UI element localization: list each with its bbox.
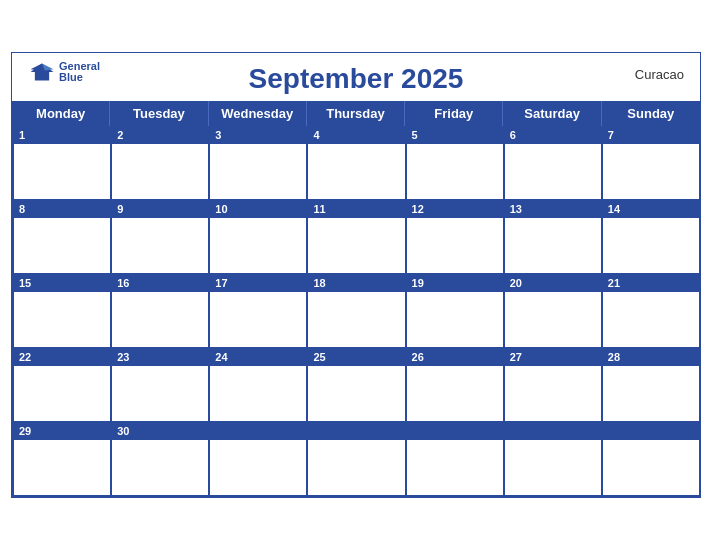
day-number: 16 [112,274,134,292]
day-header-monday: Monday [12,101,110,126]
day-number: 7 [603,126,619,144]
day-cell: 19 [406,274,504,348]
day-cell: 12 [406,200,504,274]
day-number: 25 [308,348,330,366]
day-cell: 23 [111,348,209,422]
day-number: 11 [308,200,330,218]
day-cell: 25 [307,348,405,422]
svg-marker-0 [31,63,54,80]
day-header-friday: Friday [405,101,503,126]
day-number: 28 [603,348,625,366]
day-number: 17 [210,274,232,292]
day-number: 9 [112,200,128,218]
day-cell: 4 [307,126,405,200]
day-number: 15 [14,274,36,292]
day-cell: 17 [209,274,307,348]
day-number: 20 [505,274,527,292]
day-number: 18 [308,274,330,292]
day-number: 14 [603,200,625,218]
day-cell: 22 [13,348,111,422]
day-header-tuesday: Tuesday [110,101,208,126]
day-number: 6 [505,126,521,144]
day-cell: 7 [602,126,700,200]
day-number: 21 [603,274,625,292]
day-cell: 16 [111,274,209,348]
day-number: 5 [407,126,423,144]
day-cell [504,422,602,496]
day-cell: 9 [111,200,209,274]
day-cell: 3 [209,126,307,200]
day-cell: 6 [504,126,602,200]
day-number: 30 [112,422,134,440]
day-cell: 5 [406,126,504,200]
day-number: 3 [210,126,226,144]
day-cell: 30 [111,422,209,496]
day-number: 8 [14,200,30,218]
day-number: 24 [210,348,232,366]
day-number: 1 [14,126,30,144]
day-header-wednesday: Wednesday [209,101,307,126]
logo: General Blue [28,61,100,83]
day-number: 22 [14,348,36,366]
day-number: 23 [112,348,134,366]
day-header-saturday: Saturday [503,101,601,126]
calendar-title: September 2025 [249,63,464,95]
day-cell: 2 [111,126,209,200]
day-cell: 28 [602,348,700,422]
day-header-sunday: Sunday [602,101,700,126]
day-header-thursday: Thursday [307,101,405,126]
day-cell: 27 [504,348,602,422]
day-number: 26 [407,348,429,366]
day-cell: 10 [209,200,307,274]
day-number: 12 [407,200,429,218]
day-cell: 13 [504,200,602,274]
day-cell: 24 [209,348,307,422]
day-cell [209,422,307,496]
region-label: Curacao [635,67,684,82]
day-cell: 14 [602,200,700,274]
calendar-grid: 1234567891011121314151617181920212223242… [12,126,700,497]
day-cell: 21 [602,274,700,348]
day-cell [307,422,405,496]
day-cell: 26 [406,348,504,422]
day-cell: 15 [13,274,111,348]
day-number: 4 [308,126,324,144]
day-cell: 20 [504,274,602,348]
day-cell: 18 [307,274,405,348]
day-cell [406,422,504,496]
logo-blue: Blue [59,72,100,83]
day-number: 27 [505,348,527,366]
day-number: 29 [14,422,36,440]
day-cell: 8 [13,200,111,274]
day-number: 2 [112,126,128,144]
day-cell [602,422,700,496]
calendar: General Blue September 2025 Curacao Mond… [11,52,701,498]
day-number: 19 [407,274,429,292]
day-number: 10 [210,200,232,218]
logo-bird-icon [28,62,56,82]
day-cell: 11 [307,200,405,274]
day-number: 13 [505,200,527,218]
calendar-header: General Blue September 2025 Curacao [12,53,700,101]
day-cell: 29 [13,422,111,496]
day-headers: Monday Tuesday Wednesday Thursday Friday… [12,101,700,126]
day-cell: 1 [13,126,111,200]
